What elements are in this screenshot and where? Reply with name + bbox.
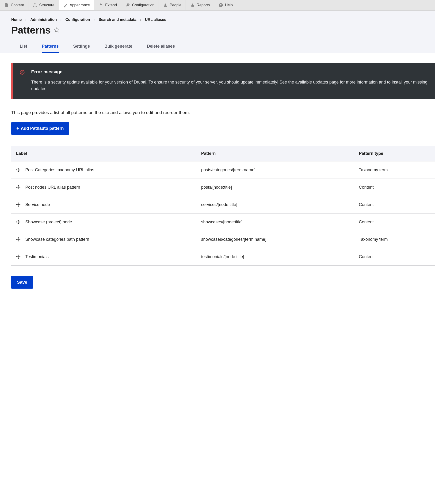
drag-handle-icon[interactable] <box>16 220 21 224</box>
extend-icon <box>99 3 103 8</box>
tab-patterns[interactable]: Patterns <box>42 41 59 53</box>
th-label: Label <box>11 146 196 162</box>
save-button[interactable]: Save <box>11 276 33 288</box>
appearance-icon <box>63 3 68 8</box>
toolbar-structure[interactable]: Structure <box>28 0 59 10</box>
tabs: List Patterns Settings Bulk generate Del… <box>11 41 424 53</box>
row-type: Taxonomy term <box>354 231 435 248</box>
tab-settings[interactable]: Settings <box>73 41 90 53</box>
row-type: Content <box>354 179 435 196</box>
table-row: Post nodes URL alias pattern posts/[node… <box>11 179 435 196</box>
toolbar-label: Extend <box>105 3 117 7</box>
configuration-icon <box>126 3 130 8</box>
toolbar-help[interactable]: ? Help <box>214 0 237 10</box>
breadcrumb-link[interactable]: Search and metadata <box>99 18 136 22</box>
toolbar-content[interactable]: Content <box>0 0 28 10</box>
row-pattern: showcases/categories/[term:name] <box>196 231 354 248</box>
drag-handle-icon[interactable] <box>16 202 21 207</box>
toolbar-label: Configuration <box>132 3 154 7</box>
add-pattern-button[interactable]: + Add Pathauto pattern <box>11 122 69 135</box>
breadcrumb-link[interactable]: Home <box>11 18 22 22</box>
row-type: Content <box>354 213 435 231</box>
toolbar-appearance[interactable]: Appearance <box>59 0 94 10</box>
help-icon: ? <box>218 3 223 8</box>
people-icon <box>163 3 168 8</box>
tab-delete-aliases[interactable]: Delete aliases <box>147 41 175 53</box>
page-header: Home › Administration › Configuration › … <box>0 10 435 53</box>
chevron-right-icon: › <box>94 18 95 22</box>
row-label: Testimonials <box>25 254 49 259</box>
chevron-right-icon: › <box>140 18 141 22</box>
breadcrumb-link[interactable]: Configuration <box>65 18 90 22</box>
toolbar-label: People <box>170 3 181 7</box>
row-type: Content <box>354 248 435 265</box>
row-pattern: showcases/[node:title] <box>196 213 354 231</box>
tab-list[interactable]: List <box>20 41 27 53</box>
table-row: Post Categories taxonomy URL alias posts… <box>11 161 435 179</box>
drag-handle-icon[interactable] <box>16 185 21 189</box>
row-type: Taxonomy term <box>354 161 435 179</box>
chevron-right-icon: › <box>25 18 27 22</box>
error-message: Error message There is a security update… <box>11 63 435 99</box>
row-label: Showcase (project) node <box>25 220 72 225</box>
toolbar-configuration[interactable]: Configuration <box>121 0 159 10</box>
drag-handle-icon[interactable] <box>16 254 21 259</box>
svg-text:?: ? <box>220 3 222 7</box>
row-pattern: posts/[node:title] <box>196 179 354 196</box>
table-row: Testimonials testimonials/[node:title] C… <box>11 248 435 265</box>
table-row: Service node services/[node:title] Conte… <box>11 196 435 213</box>
row-pattern: services/[node:title] <box>196 196 354 213</box>
error-text: There is a security update available for… <box>31 79 428 92</box>
row-label: Showcase categories path pattern <box>25 237 89 242</box>
content-area: Error message There is a security update… <box>0 53 435 298</box>
add-button-label: Add Pathauto pattern <box>21 126 64 131</box>
patterns-table: Label Pattern Pattern type Post Categori… <box>11 146 435 266</box>
error-title: Error message <box>31 69 428 74</box>
page-description: This page provides a list of all pattern… <box>11 110 435 115</box>
row-label: Post Categories taxonomy URL alias <box>25 168 94 172</box>
toolbar-label: Help <box>225 3 233 7</box>
error-icon <box>20 70 25 75</box>
structure-icon <box>33 3 37 8</box>
toolbar-label: Structure <box>39 3 54 7</box>
breadcrumb-link[interactable]: URL aliases <box>145 18 166 22</box>
content-icon <box>4 3 9 8</box>
toolbar-people[interactable]: People <box>159 0 186 10</box>
th-pattern: Pattern <box>196 146 354 162</box>
row-type: Content <box>354 196 435 213</box>
row-label: Service node <box>25 202 50 207</box>
drag-handle-icon[interactable] <box>16 168 21 172</box>
page-title: Patterns <box>11 25 51 41</box>
svg-line-3 <box>21 71 23 73</box>
row-pattern: testimonials/[node:title] <box>196 248 354 265</box>
star-icon[interactable] <box>54 27 60 33</box>
th-type: Pattern type <box>354 146 435 162</box>
toolbar-label: Content <box>11 3 24 7</box>
toolbar-reports[interactable]: Reports <box>186 0 214 10</box>
table-row: Showcase categories path pattern showcas… <box>11 231 435 248</box>
admin-toolbar: Content Structure Appearance Extend Conf… <box>0 0 435 10</box>
row-pattern: posts/categories/[term:name] <box>196 161 354 179</box>
chevron-right-icon: › <box>61 18 62 22</box>
reports-icon <box>190 3 195 8</box>
breadcrumb-link[interactable]: Administration <box>30 18 57 22</box>
toolbar-label: Reports <box>197 3 210 7</box>
breadcrumb: Home › Administration › Configuration › … <box>11 18 424 22</box>
tab-bulk-generate[interactable]: Bulk generate <box>104 41 132 53</box>
plus-icon: + <box>17 126 19 131</box>
table-row: Showcase (project) node showcases/[node:… <box>11 213 435 231</box>
toolbar-extend[interactable]: Extend <box>94 0 121 10</box>
row-label: Post nodes URL alias pattern <box>25 185 80 190</box>
toolbar-label: Appearance <box>70 3 90 7</box>
drag-handle-icon[interactable] <box>16 237 21 242</box>
